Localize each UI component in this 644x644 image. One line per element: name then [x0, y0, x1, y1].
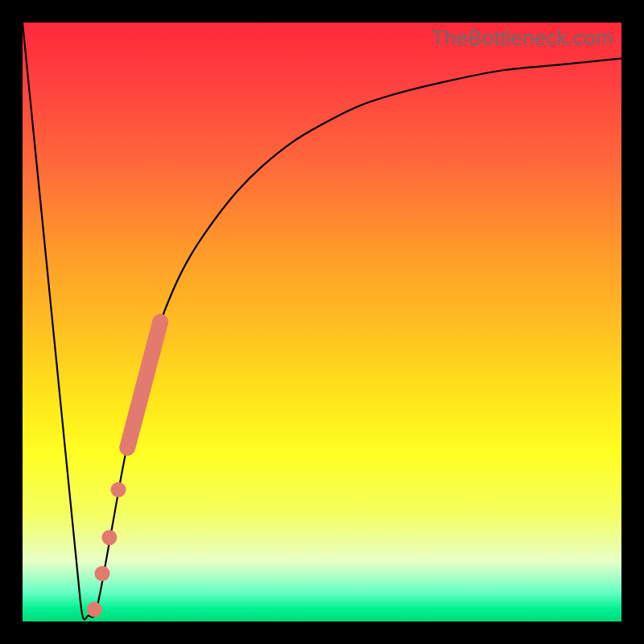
marker-long_segment: [127, 322, 160, 448]
marker-dot_1: [111, 482, 126, 497]
curve-svg: [23, 23, 621, 621]
plot-area: TheBottleneck.com: [23, 23, 621, 621]
marker-dot_4: [87, 602, 102, 617]
marker-dot_2: [101, 530, 117, 545]
marker-dot_3: [94, 566, 109, 581]
data-markers: [87, 322, 160, 617]
chart-frame: TheBottleneck.com: [0, 0, 644, 644]
bottleneck-curve: [23, 23, 621, 620]
